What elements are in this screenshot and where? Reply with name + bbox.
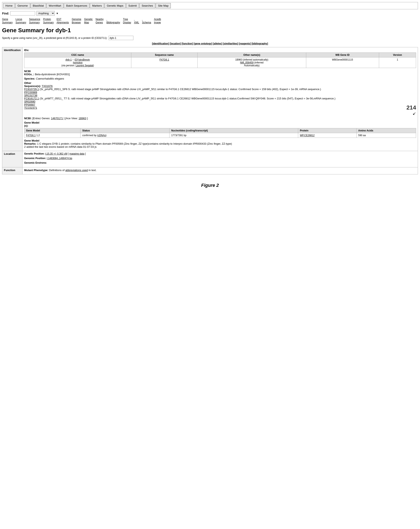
link-bibliography[interactable]: bibliography [252,42,267,45]
sub-nav-acedb-image[interactable]: Acedb Image [154,18,161,24]
link-wp-ce26812[interactable]: WP.CE26812 [300,134,315,137]
link-genomic-pos[interactable]: I:1483084..1490474 bp [47,157,72,160]
genetic-pos-field: Genetic Position: I;15.35 +/- 0.362 cM [… [24,152,416,155]
link-alleles[interactable]: alleles [214,42,221,45]
ncbi-entrez-label: NCBI: [24,117,32,120]
gm-model-cell: F47G6.1 1,2 [24,133,80,138]
nav-searches[interactable]: Searches [139,3,155,8]
ids-header-wb: WB Gene ID [306,53,379,57]
link-fc816172[interactable]: FC816172.1 [24,97,39,100]
identification-content: IDs: CGC name Sequence name Other name(s… [22,47,418,151]
gene-model-label: Gene Model(s): [24,121,39,127]
gm-data-row: F47G6.1 1,2 confirmed by (cDNAs) 1773/73… [24,133,416,138]
identification-row: Identification IDs: CGC name Sequence na… [2,47,418,151]
link-similiarities[interactable]: similiarities [224,42,237,45]
nav-batch-sequences[interactable]: Batch Sequences [64,3,89,8]
gene-specify-label: Specify a gene using name (unc_26), a pr… [2,37,107,40]
ids-field-row: IDs: CGC name Sequence name Other name(s… [24,49,416,68]
figure-caption: Figure 2 [2,183,418,192]
link-mapping-data[interactable]: mapping data [69,152,84,155]
nav-wormmart[interactable]: WormMart [46,3,64,8]
link-ace-1b963[interactable]: 1B963 [78,117,86,120]
link-tx01976[interactable]: TX01976 [42,84,53,88]
nav-home[interactable]: Home [3,3,15,8]
nav-markers[interactable]: Markers [90,3,104,8]
genomic-env-label: Genomic Environs: [24,161,47,164]
function-label: Function [2,167,23,174]
genomic-pos-label: Genomic Position: [24,157,46,160]
sub-nav-gene-summary[interactable]: Gene Summary [2,18,13,24]
identification-label: Identification [2,47,23,151]
location-row: Location Genetic Position: I;15.35 +/- 0… [2,151,418,167]
mutant-phenotype-label: Mutant Phenotype: [24,169,48,172]
gm-status-cell: confirmed by (cDNAs) [80,133,169,138]
link-f47g61-model[interactable]: F47G6.1 [26,134,36,137]
link-abbreviations[interactable]: abbreviations used [65,169,88,172]
genetic-pos-bracket-close: ] [85,152,86,155]
ids-other-cell: 1B963 (inferred automatically) NM_058459… [198,57,306,68]
number-214: 214 [406,104,416,111]
link-nm058459[interactable]: NM_058459 [240,61,254,64]
link-entrez-14670171[interactable]: 14670171 [51,117,63,120]
gm-header-status: Status [80,128,169,133]
find-input[interactable] [10,11,35,15]
nav-genetic-maps[interactable]: Genetic Maps [104,3,126,8]
ids-table: CGC name Sequence name Other name(s) WB … [24,53,416,68]
ids-header-cgc: CGC name [24,53,131,57]
link-reagents[interactable]: reagents [240,42,250,45]
sub-nav: Gene Summary Locus Summary Sequence Summ… [2,18,418,24]
link-ppc00989[interactable]: PPC00989 [24,91,37,94]
link-laurent[interactable]: Laurent Segalat [76,64,93,67]
location-content: Genetic Position: I;15.35 +/- 0.362 cM [… [22,151,418,167]
sub-nav-genetic-map[interactable]: Genetic Map [84,18,92,24]
dropdown-icon: ▼ [56,12,58,15]
link-dystrobrevin[interactable]: DYstroBrevinhomolog [73,58,90,64]
nav-blast-blat[interactable]: Blast/blat [31,3,46,8]
link-src02738[interactable]: SRC02738 [24,94,37,97]
sub-nav-est-alignments[interactable]: EST Alignments [57,18,69,24]
link-genetic-pos[interactable]: I;15.35 +/- 0.362 cM [45,152,67,155]
link-tcc02371[interactable]: TCC02371 [24,106,37,109]
sub-nav-xml[interactable]: XML [134,18,139,24]
species-label: Species: [24,77,35,80]
find-label: Find: [2,12,9,15]
genomic-env-field: Genomic Environs: [24,161,416,164]
gm-header-protein: Protein [298,128,356,133]
find-row: Find: Anything Gene Sequence Protein ▼ [2,11,418,16]
link-identification[interactable]: identification [153,42,168,45]
nav-submit[interactable]: Submit [126,3,139,8]
link-dyb1[interactable]: dyb-1 [65,58,72,61]
gm-header-aa: Amino Acids [356,128,416,133]
gene-specify-row: Specify a gene using name (unc_26), a pr… [2,36,418,40]
ids-cgc-via: (via persion: Laurent Segalat) [61,64,94,67]
link-sr02680[interactable]: SR02680 [24,100,35,103]
link-f47g61[interactable]: F47G6.1 [159,58,169,61]
link-pp00687[interactable]: PP00687 [24,103,35,106]
sub-nav-nearby-genes[interactable]: Nearby Genes [96,18,104,24]
gm-header-model: Gene Model [24,128,80,133]
sub-nav-tree-display[interactable]: Tree Display [123,18,131,24]
sub-nav-bibliography[interactable]: Bibliography [107,18,120,24]
link-cdnas[interactable]: cDNAs [98,134,105,137]
cursor-arrow: ↙ [413,111,416,116]
sub-nav-protein-summary[interactable]: Protein Summary [43,18,54,24]
find-select[interactable]: Anything Gene Sequence Protein [36,11,55,16]
sub-nav-sequence-summary[interactable]: Sequence Summary [29,18,40,24]
link-location[interactable]: location [171,42,180,45]
sub-nav-genome-browser[interactable]: Genome Browser [72,18,81,24]
nav-genome[interactable]: Genome [15,3,30,8]
ids-wb-cell: WBGene00001115 [306,57,379,68]
link-function[interactable]: function [182,42,192,45]
gene-model-remarks-row: Gene ModelRemarks: 1 C elegans DYB-1 pro… [24,139,416,148]
gene-specify-input[interactable] [109,36,133,40]
sub-nav-locus-summary[interactable]: Locus Summary [15,18,26,24]
section-links-text: [identification] [location] [function] [… [152,42,268,45]
sub-nav-schema[interactable]: Schema [142,18,151,24]
link-gene-ontology[interactable]: gene ontology [194,42,211,45]
mutant-phenotype-text2: in text. [89,169,96,172]
gm-header-nucleotides: Nucleotides (coding/transcript) [169,128,298,133]
link-fc810729[interactable]: FC810729.1 [24,88,39,91]
nav-site-map[interactable]: Site Map [156,3,171,8]
gene-model-row: Gene Model(s): Gene Model Status Nucleot… [24,121,416,138]
genomic-pos-field: Genomic Position: I:1483084..1490474 bp [24,157,416,160]
